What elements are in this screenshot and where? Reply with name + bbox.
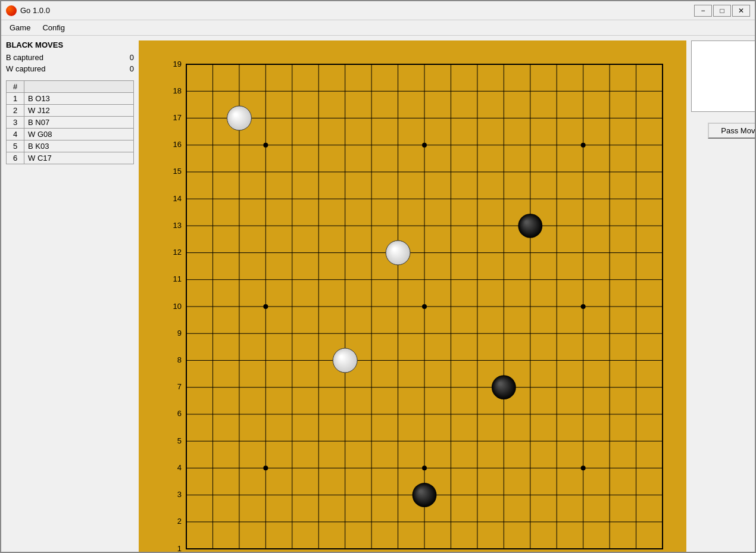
table-row: 2W J12: [7, 105, 134, 117]
window-title: Go 1.0.0: [20, 6, 694, 15]
move-value: W G08: [24, 129, 134, 140]
close-button[interactable]: ✕: [732, 5, 750, 17]
move-number: 2: [7, 105, 24, 117]
move-number: 3: [7, 117, 24, 129]
moves-table: # 1B O132W J123B N074W G085B K036W C17: [6, 80, 134, 164]
go-board[interactable]: [163, 52, 674, 552]
move-number: 5: [7, 140, 24, 152]
window-controls: − □ ✕: [694, 5, 750, 17]
move-value: B K03: [24, 140, 134, 152]
w-captured-row: W captured 0: [6, 64, 134, 73]
table-row: 6W C17: [7, 152, 134, 164]
app-icon: [6, 5, 17, 16]
main-window: Go 1.0.0 − □ ✕ Game Config BLACK MOVES B…: [0, 0, 756, 553]
move-number: 1: [7, 93, 24, 105]
config-menu[interactable]: Config: [36, 22, 71, 33]
b-captured-row: B captured 0: [6, 53, 134, 62]
w-captured-value: 0: [130, 64, 134, 73]
left-panel: BLACK MOVES B captured 0 W captured 0 #: [6, 40, 134, 547]
col-header-move: [24, 81, 134, 93]
move-value: B N07: [24, 117, 134, 129]
center-panel: [139, 40, 686, 547]
move-value: B O13: [24, 93, 134, 105]
col-header-num: #: [7, 81, 24, 93]
move-number: 4: [7, 129, 24, 140]
minimize-button[interactable]: −: [694, 5, 712, 17]
move-number: 6: [7, 152, 24, 164]
b-captured-label: B captured: [6, 53, 43, 62]
menu-bar: Game Config: [1, 20, 755, 36]
board-container: [139, 40, 686, 552]
table-row: 1B O13: [7, 93, 134, 105]
w-captured-label: W captured: [6, 64, 45, 73]
turn-indicator: BLACK MOVES: [6, 40, 134, 49]
b-captured-value: 0: [130, 53, 134, 62]
move-value: W J12: [24, 105, 134, 117]
game-menu[interactable]: Game: [4, 22, 36, 33]
table-row: 5B K03: [7, 140, 134, 152]
status-section: BLACK MOVES B captured 0 W captured 0: [6, 40, 134, 76]
main-content: BLACK MOVES B captured 0 W captured 0 #: [1, 36, 755, 552]
maximize-button[interactable]: □: [713, 5, 731, 17]
table-row: 4W G08: [7, 129, 134, 140]
table-row: 3B N07: [7, 117, 134, 129]
info-box: [691, 40, 755, 112]
pass-move-button[interactable]: Pass Move: [708, 123, 755, 139]
move-value: W C17: [24, 152, 134, 164]
right-panel: Pass Move: [691, 40, 755, 547]
title-bar: Go 1.0.0 − □ ✕: [1, 1, 755, 20]
